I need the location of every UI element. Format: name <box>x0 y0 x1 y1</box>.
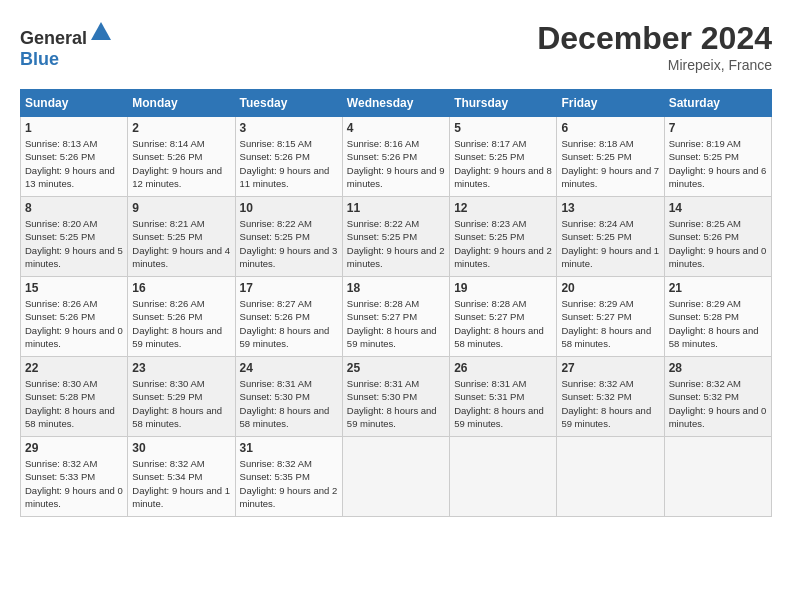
header-thursday: Thursday <box>450 90 557 117</box>
week-row-2: 8 Sunrise: 8:20 AMSunset: 5:25 PMDayligh… <box>21 197 772 277</box>
day-info: Sunrise: 8:29 AMSunset: 5:28 PMDaylight:… <box>669 298 759 349</box>
day-number: 31 <box>240 441 338 455</box>
week-row-3: 15 Sunrise: 8:26 AMSunset: 5:26 PMDaylig… <box>21 277 772 357</box>
day-number: 27 <box>561 361 659 375</box>
day-info: Sunrise: 8:13 AMSunset: 5:26 PMDaylight:… <box>25 138 115 189</box>
page-header: General Blue December 2024 Mirepeix, Fra… <box>20 20 772 73</box>
calendar-cell: 17 Sunrise: 8:27 AMSunset: 5:26 PMDaylig… <box>235 277 342 357</box>
calendar-cell: 1 Sunrise: 8:13 AMSunset: 5:26 PMDayligh… <box>21 117 128 197</box>
day-number: 23 <box>132 361 230 375</box>
day-info: Sunrise: 8:32 AMSunset: 5:33 PMDaylight:… <box>25 458 123 509</box>
calendar-cell: 6 Sunrise: 8:18 AMSunset: 5:25 PMDayligh… <box>557 117 664 197</box>
calendar-cell <box>664 437 771 517</box>
day-number: 11 <box>347 201 445 215</box>
calendar-cell: 26 Sunrise: 8:31 AMSunset: 5:31 PMDaylig… <box>450 357 557 437</box>
logo-blue: Blue <box>20 49 59 69</box>
title-block: December 2024 Mirepeix, France <box>537 20 772 73</box>
day-info: Sunrise: 8:27 AMSunset: 5:26 PMDaylight:… <box>240 298 330 349</box>
month-title: December 2024 <box>537 20 772 57</box>
header-friday: Friday <box>557 90 664 117</box>
header-row: SundayMondayTuesdayWednesdayThursdayFrid… <box>21 90 772 117</box>
header-wednesday: Wednesday <box>342 90 449 117</box>
day-number: 6 <box>561 121 659 135</box>
calendar-cell: 15 Sunrise: 8:26 AMSunset: 5:26 PMDaylig… <box>21 277 128 357</box>
day-number: 29 <box>25 441 123 455</box>
calendar-cell: 21 Sunrise: 8:29 AMSunset: 5:28 PMDaylig… <box>664 277 771 357</box>
day-info: Sunrise: 8:22 AMSunset: 5:25 PMDaylight:… <box>347 218 445 269</box>
logo-general: General <box>20 28 87 48</box>
header-monday: Monday <box>128 90 235 117</box>
day-number: 24 <box>240 361 338 375</box>
calendar-cell <box>557 437 664 517</box>
day-info: Sunrise: 8:19 AMSunset: 5:25 PMDaylight:… <box>669 138 767 189</box>
calendar-cell: 10 Sunrise: 8:22 AMSunset: 5:25 PMDaylig… <box>235 197 342 277</box>
day-info: Sunrise: 8:20 AMSunset: 5:25 PMDaylight:… <box>25 218 123 269</box>
day-info: Sunrise: 8:18 AMSunset: 5:25 PMDaylight:… <box>561 138 659 189</box>
calendar-cell: 8 Sunrise: 8:20 AMSunset: 5:25 PMDayligh… <box>21 197 128 277</box>
calendar-cell: 13 Sunrise: 8:24 AMSunset: 5:25 PMDaylig… <box>557 197 664 277</box>
day-info: Sunrise: 8:21 AMSunset: 5:25 PMDaylight:… <box>132 218 230 269</box>
calendar-cell: 27 Sunrise: 8:32 AMSunset: 5:32 PMDaylig… <box>557 357 664 437</box>
calendar-cell: 9 Sunrise: 8:21 AMSunset: 5:25 PMDayligh… <box>128 197 235 277</box>
day-number: 14 <box>669 201 767 215</box>
day-number: 7 <box>669 121 767 135</box>
calendar-cell: 5 Sunrise: 8:17 AMSunset: 5:25 PMDayligh… <box>450 117 557 197</box>
day-info: Sunrise: 8:16 AMSunset: 5:26 PMDaylight:… <box>347 138 445 189</box>
day-info: Sunrise: 8:17 AMSunset: 5:25 PMDaylight:… <box>454 138 552 189</box>
day-number: 25 <box>347 361 445 375</box>
calendar-cell: 11 Sunrise: 8:22 AMSunset: 5:25 PMDaylig… <box>342 197 449 277</box>
calendar-cell: 23 Sunrise: 8:30 AMSunset: 5:29 PMDaylig… <box>128 357 235 437</box>
day-info: Sunrise: 8:32 AMSunset: 5:35 PMDaylight:… <box>240 458 338 509</box>
calendar-cell: 2 Sunrise: 8:14 AMSunset: 5:26 PMDayligh… <box>128 117 235 197</box>
day-info: Sunrise: 8:26 AMSunset: 5:26 PMDaylight:… <box>132 298 222 349</box>
day-number: 13 <box>561 201 659 215</box>
calendar-cell: 22 Sunrise: 8:30 AMSunset: 5:28 PMDaylig… <box>21 357 128 437</box>
logo-icon <box>89 20 113 44</box>
day-info: Sunrise: 8:23 AMSunset: 5:25 PMDaylight:… <box>454 218 552 269</box>
day-number: 16 <box>132 281 230 295</box>
day-number: 28 <box>669 361 767 375</box>
day-number: 12 <box>454 201 552 215</box>
week-row-1: 1 Sunrise: 8:13 AMSunset: 5:26 PMDayligh… <box>21 117 772 197</box>
calendar-cell: 7 Sunrise: 8:19 AMSunset: 5:25 PMDayligh… <box>664 117 771 197</box>
calendar-cell: 16 Sunrise: 8:26 AMSunset: 5:26 PMDaylig… <box>128 277 235 357</box>
day-number: 21 <box>669 281 767 295</box>
calendar-table: SundayMondayTuesdayWednesdayThursdayFrid… <box>20 89 772 517</box>
day-info: Sunrise: 8:24 AMSunset: 5:25 PMDaylight:… <box>561 218 659 269</box>
day-info: Sunrise: 8:14 AMSunset: 5:26 PMDaylight:… <box>132 138 222 189</box>
calendar-cell: 31 Sunrise: 8:32 AMSunset: 5:35 PMDaylig… <box>235 437 342 517</box>
day-number: 22 <box>25 361 123 375</box>
day-number: 18 <box>347 281 445 295</box>
day-number: 5 <box>454 121 552 135</box>
header-tuesday: Tuesday <box>235 90 342 117</box>
day-info: Sunrise: 8:30 AMSunset: 5:28 PMDaylight:… <box>25 378 115 429</box>
day-info: Sunrise: 8:31 AMSunset: 5:30 PMDaylight:… <box>240 378 330 429</box>
day-info: Sunrise: 8:32 AMSunset: 5:32 PMDaylight:… <box>561 378 651 429</box>
calendar-cell: 25 Sunrise: 8:31 AMSunset: 5:30 PMDaylig… <box>342 357 449 437</box>
calendar-cell: 12 Sunrise: 8:23 AMSunset: 5:25 PMDaylig… <box>450 197 557 277</box>
day-number: 8 <box>25 201 123 215</box>
day-number: 20 <box>561 281 659 295</box>
day-info: Sunrise: 8:25 AMSunset: 5:26 PMDaylight:… <box>669 218 767 269</box>
week-row-5: 29 Sunrise: 8:32 AMSunset: 5:33 PMDaylig… <box>21 437 772 517</box>
day-number: 17 <box>240 281 338 295</box>
day-number: 19 <box>454 281 552 295</box>
day-info: Sunrise: 8:32 AMSunset: 5:34 PMDaylight:… <box>132 458 230 509</box>
day-number: 2 <box>132 121 230 135</box>
svg-marker-0 <box>91 22 111 40</box>
location: Mirepeix, France <box>537 57 772 73</box>
day-info: Sunrise: 8:28 AMSunset: 5:27 PMDaylight:… <box>347 298 437 349</box>
calendar-cell <box>342 437 449 517</box>
day-info: Sunrise: 8:28 AMSunset: 5:27 PMDaylight:… <box>454 298 544 349</box>
week-row-4: 22 Sunrise: 8:30 AMSunset: 5:28 PMDaylig… <box>21 357 772 437</box>
header-saturday: Saturday <box>664 90 771 117</box>
day-number: 15 <box>25 281 123 295</box>
calendar-cell: 28 Sunrise: 8:32 AMSunset: 5:32 PMDaylig… <box>664 357 771 437</box>
calendar-cell: 29 Sunrise: 8:32 AMSunset: 5:33 PMDaylig… <box>21 437 128 517</box>
day-number: 4 <box>347 121 445 135</box>
calendar-cell: 4 Sunrise: 8:16 AMSunset: 5:26 PMDayligh… <box>342 117 449 197</box>
day-info: Sunrise: 8:15 AMSunset: 5:26 PMDaylight:… <box>240 138 330 189</box>
calendar-cell: 3 Sunrise: 8:15 AMSunset: 5:26 PMDayligh… <box>235 117 342 197</box>
day-info: Sunrise: 8:29 AMSunset: 5:27 PMDaylight:… <box>561 298 651 349</box>
calendar-cell: 14 Sunrise: 8:25 AMSunset: 5:26 PMDaylig… <box>664 197 771 277</box>
